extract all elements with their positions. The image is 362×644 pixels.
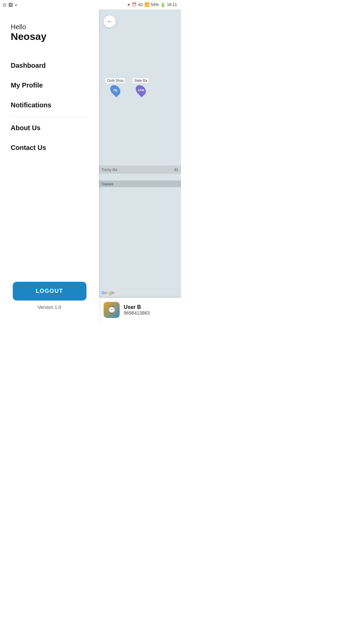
- battery-icon: 🔋: [160, 2, 166, 7]
- app-icon-3: ●: [15, 2, 17, 7]
- cloth-shop-icon: 🛍: [108, 83, 122, 97]
- app-icon-1: ⊡: [3, 2, 6, 7]
- trichy-road: Trichy Rd 81: [99, 166, 181, 174]
- notification-user-name: User B: [124, 304, 150, 310]
- status-bar: ⊡ 🖼 ● ∗ ⏰ 4G 📶 54% 🔋 16:11: [0, 0, 181, 9]
- nav-item-about-us[interactable]: About Us: [11, 118, 88, 138]
- nav-menu: Dashboard My Profile Notifications About…: [11, 56, 88, 282]
- nagapa-road-label: Nagapa: [102, 182, 113, 186]
- map-back-button[interactable]: ←: [104, 15, 116, 28]
- app-icon-2: 🖼: [8, 2, 13, 7]
- battery-percent: 54%: [151, 2, 159, 7]
- version-label: Version 1.0: [38, 305, 61, 310]
- google-watermark: Google: [102, 290, 115, 295]
- map-container: ← Cloth Shop 🛍 State Ba ATM Trichy Rd 81…: [99, 9, 181, 322]
- nav-item-dashboard[interactable]: Dashboard: [11, 56, 88, 75]
- greeting-hello: Hello: [11, 23, 88, 31]
- nav-divider: [11, 116, 88, 117]
- greeting-name: Neosay: [11, 31, 88, 42]
- trichy-road-num: 81: [174, 168, 178, 172]
- trichy-road-label: Trichy Rd: [102, 168, 117, 172]
- status-bar-left-icons: ⊡ 🖼 ●: [3, 2, 17, 7]
- bluetooth-icon: ∗: [127, 2, 130, 7]
- map-pins-area: Cloth Shop 🛍 State Ba ATM: [106, 78, 148, 96]
- cloth-shop-pin: Cloth Shop 🛍: [106, 78, 125, 96]
- notification-app-icon: ⌚: [104, 302, 120, 318]
- signal-bars-icon: 📶: [144, 2, 149, 7]
- nagapa-road: Nagapa: [99, 180, 181, 187]
- nav-item-my-profile[interactable]: My Profile: [11, 75, 88, 95]
- cloth-shop-label: Cloth Shop: [106, 78, 125, 83]
- notification-user-phone: 9698413863: [124, 310, 150, 316]
- time-display: 16:11: [167, 2, 177, 7]
- signal-icon: 4G: [138, 3, 143, 7]
- drawer-menu: Hello Neosay Dashboard My Profile Notifi…: [0, 9, 99, 322]
- nav-item-contact-us[interactable]: Contact Us: [11, 138, 88, 158]
- app-container: Hello Neosay Dashboard My Profile Notifi…: [0, 9, 181, 322]
- notification-user-info: User B 9698413863: [124, 304, 150, 316]
- notification-card: ⌚ User B 9698413863: [99, 298, 181, 322]
- app-icon-emoji: ⌚: [107, 306, 116, 314]
- atm-label: State Ba: [133, 78, 148, 83]
- status-bar-right-icons: ∗ ⏰ 4G 📶 54% 🔋 16:11: [127, 2, 177, 7]
- nav-item-notifications[interactable]: Notifications: [11, 95, 88, 115]
- atm-icon: ATM: [133, 83, 147, 97]
- logout-button[interactable]: LOGOUT: [13, 282, 86, 301]
- atm-pin: State Ba ATM: [133, 78, 148, 96]
- alarm-icon: ⏰: [132, 2, 137, 7]
- drawer-bottom: LOGOUT Version 1.0: [11, 282, 88, 315]
